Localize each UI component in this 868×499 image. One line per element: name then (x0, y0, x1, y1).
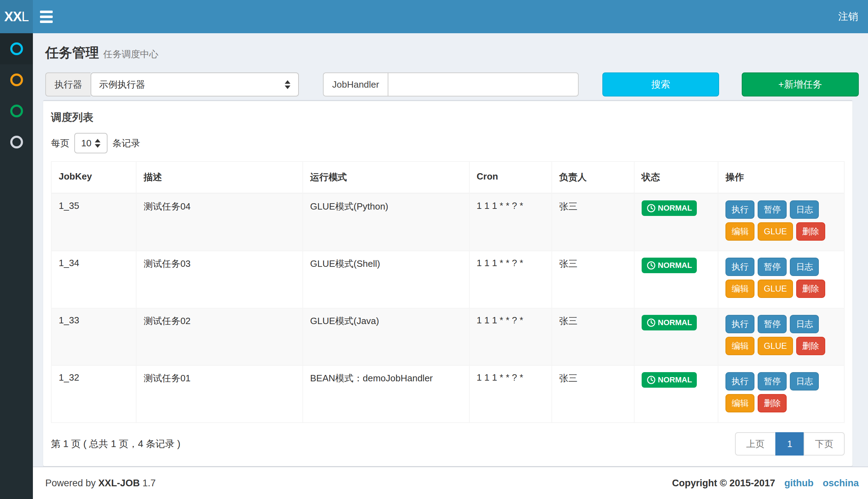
page-subtitle: 任务调度中心 (103, 49, 158, 59)
job-table: JobKey描述运行模式Cron负责人状态操作 1_35 测试任务04 GLUE… (51, 161, 845, 423)
sidebar-item-4[interactable] (0, 127, 33, 158)
table-body: 1_35 测试任务04 GLUE模式(Python) 1 1 1 * * ? *… (51, 193, 844, 423)
pagination: 上页 1 下页 (735, 432, 845, 456)
cell-status: NORMAL (634, 193, 718, 251)
sidebar-menu (0, 33, 33, 158)
page-footer: Powered by XXL-JOB 1.7 Copyright © 2015-… (33, 466, 868, 499)
action-button-edit[interactable]: 编辑 (725, 222, 754, 241)
logout-link[interactable]: 注销 (828, 0, 868, 33)
action-button-pause[interactable]: 暂停 (758, 315, 787, 333)
circle-icon (10, 74, 23, 86)
add-job-button[interactable]: +新增任务 (742, 72, 859, 96)
action-button-log[interactable]: 日志 (790, 315, 819, 333)
footer-right: Copyright © 2015-2017 github oschina (672, 478, 859, 489)
content: 任务管理任务调度中心 执行器 示例执行器 JobHandler 搜索 +新增任务… (33, 33, 868, 466)
cell-desc: 测试任务01 (136, 365, 303, 423)
table-row: 1_32 测试任务01 BEAN模式：demoJobHandler 1 1 1 … (51, 365, 844, 423)
cell-actions: 执行暂停日志 编辑GLUE删除 (718, 193, 844, 251)
action-button-edit[interactable]: 编辑 (725, 280, 754, 298)
cell-mode: GLUE模式(Shell) (303, 251, 469, 308)
executor-label: 执行器 (45, 72, 91, 96)
action-button-delete[interactable]: 删除 (796, 280, 825, 298)
cell-jobkey: 1_34 (51, 251, 136, 308)
action-button-delete[interactable]: 删除 (796, 222, 825, 241)
circle-icon (10, 42, 23, 55)
action-button-run[interactable]: 执行 (725, 258, 754, 276)
select-arrows-icon (285, 80, 290, 89)
jobhandler-label: JobHandler (323, 72, 388, 96)
cell-desc: 测试任务04 (136, 193, 303, 251)
column-header: JobKey (51, 162, 136, 193)
executor-filter-group: 执行器 示例执行器 (45, 72, 299, 96)
cell-status: NORMAL (634, 308, 718, 365)
action-button-edit[interactable]: 编辑 (725, 337, 754, 355)
cell-jobkey: 1_32 (51, 365, 136, 423)
action-button-edit[interactable]: 编辑 (725, 394, 754, 412)
action-button-delete[interactable]: 删除 (796, 337, 825, 355)
action-button-run[interactable]: 执行 (725, 200, 754, 219)
app-logo[interactable]: XXL (0, 0, 33, 33)
action-button-log[interactable]: 日志 (790, 200, 819, 219)
main-area: 任务管理任务调度中心 执行器 示例执行器 JobHandler 搜索 +新增任务… (33, 33, 868, 499)
column-header: 运行模式 (303, 162, 469, 193)
column-header: 操作 (718, 162, 844, 193)
jobhandler-filter-group: JobHandler (323, 72, 579, 96)
table-row: 1_35 测试任务04 GLUE模式(Python) 1 1 1 * * ? *… (51, 193, 844, 251)
action-button-delete[interactable]: 删除 (758, 394, 787, 412)
table-header-row: JobKey描述运行模式Cron负责人状态操作 (51, 162, 844, 193)
sidebar-item-1[interactable] (0, 33, 33, 64)
sidebar-item-3[interactable] (0, 95, 33, 127)
column-header: 描述 (136, 162, 303, 193)
search-button[interactable]: 搜索 (602, 72, 719, 96)
action-button-run[interactable]: 执行 (725, 372, 754, 391)
action-button-glue[interactable]: GLUE (758, 337, 793, 355)
clock-icon (647, 261, 656, 270)
next-page-button[interactable]: 下页 (804, 432, 845, 456)
cell-mode: BEAN模式：demoJobHandler (303, 365, 469, 423)
action-button-glue[interactable]: GLUE (758, 222, 793, 241)
prev-page-button[interactable]: 上页 (735, 432, 776, 456)
powered-by-text: Powered by XXL-JOB 1.7 (45, 478, 156, 489)
cell-jobkey: 1_35 (51, 193, 136, 251)
cell-actions: 执行暂停日志 编辑GLUE删除 (718, 308, 844, 365)
executor-select-value: 示例执行器 (99, 78, 280, 91)
cell-mode: GLUE模式(Java) (303, 308, 469, 365)
cell-cron: 1 1 1 * * ? * (469, 251, 552, 308)
executor-select[interactable]: 示例执行器 (91, 72, 299, 96)
github-link[interactable]: github (785, 478, 814, 489)
column-header: 负责人 (552, 162, 634, 193)
page-title: 任务管理 (45, 45, 99, 60)
copyright-text: Copyright © 2015-2017 (672, 478, 775, 489)
cell-owner: 张三 (552, 365, 634, 423)
cell-owner: 张三 (552, 193, 634, 251)
content-header: 任务管理任务调度中心 (33, 33, 868, 70)
page-size-select[interactable]: 10 (74, 133, 108, 153)
logo-text-light: L (22, 9, 29, 24)
action-button-pause[interactable]: 暂停 (758, 200, 787, 219)
cell-owner: 张三 (552, 251, 634, 308)
action-button-run[interactable]: 执行 (725, 315, 754, 333)
action-button-pause[interactable]: 暂停 (758, 372, 787, 391)
filter-row: 执行器 示例执行器 JobHandler 搜索 +新增任务 (45, 72, 859, 96)
cell-jobkey: 1_33 (51, 308, 136, 365)
action-button-pause[interactable]: 暂停 (758, 258, 787, 276)
action-button-glue[interactable]: GLUE (758, 280, 793, 298)
sidebar-toggle-button[interactable] (33, 0, 60, 33)
column-header: Cron (469, 162, 552, 193)
hamburger-icon (40, 11, 53, 23)
action-button-log[interactable]: 日志 (790, 372, 819, 391)
current-page-button[interactable]: 1 (775, 432, 804, 456)
column-header: 状态 (634, 162, 718, 193)
action-button-log[interactable]: 日志 (790, 258, 819, 276)
page-size-control: 每页 10 条记录 (51, 133, 845, 153)
cell-cron: 1 1 1 * * ? * (469, 308, 552, 365)
cell-desc: 测试任务03 (136, 251, 303, 308)
cell-status: NORMAL (634, 251, 718, 308)
status-badge: NORMAL (642, 315, 697, 330)
top-navbar: XXL 注销 (0, 0, 868, 33)
oschina-link[interactable]: oschina (823, 478, 859, 489)
jobhandler-input[interactable] (388, 72, 579, 96)
pagination-info: 第 1 页 ( 总共 1 页，4 条记录 ) (51, 438, 180, 450)
cell-mode: GLUE模式(Python) (303, 193, 469, 251)
sidebar-item-2[interactable] (0, 64, 33, 95)
